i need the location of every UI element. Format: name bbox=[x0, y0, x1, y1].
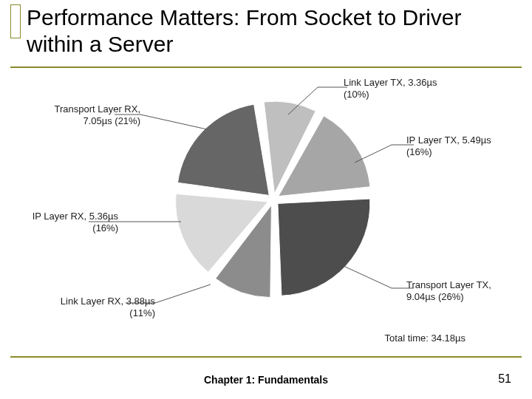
label-text: Transport Layer RX, bbox=[54, 103, 140, 115]
chart-area: Link Layer TX, 3.36µs (10%) IP Layer TX,… bbox=[44, 74, 488, 351]
label-ip-rx: IP Layer RX, 5.36µs (16%) bbox=[22, 211, 118, 235]
label-sub: (16%) bbox=[406, 146, 491, 158]
label-sub: (11%) bbox=[59, 307, 155, 319]
label-ip-tx: IP Layer TX, 5.49µs (16%) bbox=[406, 134, 491, 159]
page-title: Performance Matters: From Socket to Driv… bbox=[27, 4, 522, 58]
label-text: IP Layer RX, 5.36µs bbox=[33, 211, 118, 222]
label-text: Transport Layer TX, bbox=[406, 279, 491, 290]
page-number: 51 bbox=[498, 372, 511, 386]
title-block: Performance Matters: From Socket to Driv… bbox=[10, 4, 522, 58]
pie-slice bbox=[177, 104, 269, 195]
total-time: Total time: 34.18µs bbox=[385, 332, 466, 344]
pie-chart bbox=[170, 96, 377, 303]
label-transport-tx: Transport Layer TX, 9.04µs (26%) bbox=[406, 279, 491, 304]
label-sub: (16%) bbox=[22, 222, 118, 234]
label-transport-rx: Transport Layer RX, 7.05µs (21%) bbox=[44, 103, 140, 128]
label-text: Link Layer TX, 3.36µs bbox=[344, 77, 437, 88]
label-link-tx: Link Layer TX, 3.36µs (10%) bbox=[344, 77, 437, 101]
footer-chapter: Chapter 1: Fundamentals bbox=[0, 374, 532, 386]
divider-bottom bbox=[10, 356, 522, 358]
accent-bar bbox=[10, 4, 21, 38]
divider-top bbox=[10, 66, 522, 68]
label-text: Link Layer RX, 3.88µs bbox=[61, 296, 155, 307]
label-sub: 7.05µs (21%) bbox=[44, 115, 140, 127]
label-link-rx: Link Layer RX, 3.88µs (11%) bbox=[59, 296, 155, 320]
label-sub: (10%) bbox=[344, 89, 437, 100]
label-sub: 9.04µs (26%) bbox=[406, 291, 491, 303]
pie-slice bbox=[278, 199, 370, 296]
slide: Performance Matters: From Socket to Driv… bbox=[0, 0, 532, 399]
label-text: IP Layer TX, 5.49µs bbox=[406, 134, 491, 146]
